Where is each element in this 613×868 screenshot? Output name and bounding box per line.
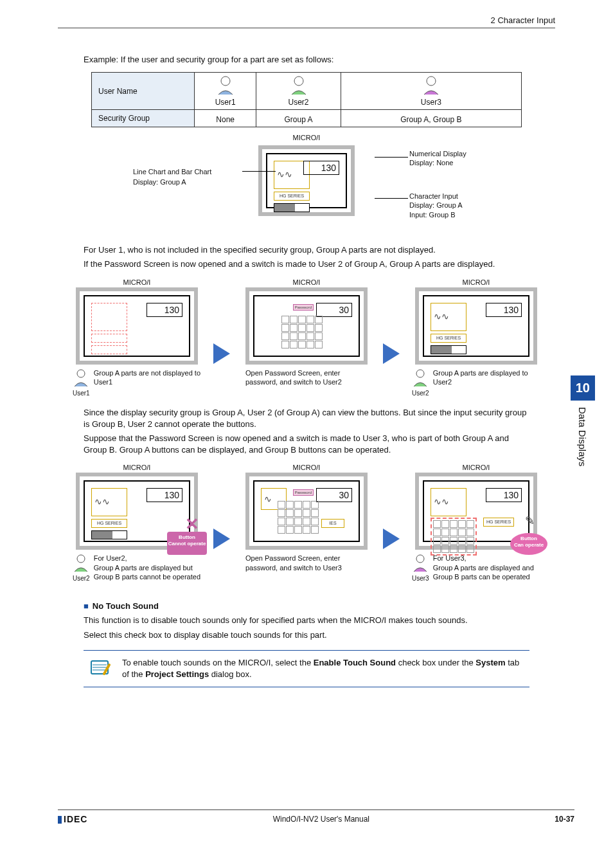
para-user1-not-in-group: For User 1, who is not included in the s… (84, 244, 574, 256)
diagram-row-user3: MICRO/I ∿∿ 130 HG SERIES ✕ Button Cannot… (39, 464, 574, 582)
footer: IDEC WindO/I-NV2 User's Manual 10-37 (58, 809, 574, 824)
para-user2-view-only: Since the display security group is Grou… (84, 407, 529, 430)
numeric-display: 130 (303, 161, 339, 175)
panel-user3-can: MICRO/I ∿∿ 130 HG SERIES ✎ Button Can op… (409, 464, 544, 582)
page-number: 10-37 (555, 815, 574, 824)
user-icon: User2 (73, 554, 90, 582)
chart-box: ∿∿ (431, 488, 466, 516)
keypad (278, 501, 319, 534)
chart-box-hidden (91, 303, 127, 331)
para-switch-user3: Suppose that the Password Screen is now … (84, 433, 529, 456)
user2-name: User2 (289, 98, 309, 107)
user3-group: Group A, Group B (341, 110, 521, 127)
password-label: Password (293, 489, 314, 496)
heading-no-touch-sound: ■No Touch Sound (84, 601, 574, 611)
chapter-title: Data Displays (577, 407, 588, 467)
user3-name: User3 (421, 98, 441, 107)
char-input-hidden: . (91, 334, 127, 343)
cell-user2: User2 (256, 73, 341, 110)
char-input: HG SERIES (483, 518, 514, 527)
can-operate-badge: Button Can operate (510, 533, 547, 555)
keypad-active (431, 518, 477, 556)
user-icon: User1 (73, 368, 90, 397)
arrow-icon (213, 529, 230, 549)
bar-chart-hidden (91, 345, 127, 354)
numeric-display: 130 (486, 488, 522, 502)
bar-chart (274, 203, 310, 212)
user2-group: Group A (256, 110, 341, 127)
header-breadcrumb: 2 Character Input (58, 15, 555, 28)
keypad (281, 316, 323, 348)
char-input-partial: IES (321, 519, 344, 528)
panel-user2-visible: MICRO/I ∿∿ 130 HG SERIES User2 Group A p… (409, 278, 544, 397)
char-input: HG SERIES (274, 192, 310, 201)
arrow-icon (383, 529, 400, 549)
diagram-overview: MICRO/I ∿∿ 130 HG SERIES Line Chart and … (88, 134, 525, 237)
user-icon (422, 75, 441, 96)
numeric-display: 30 (316, 488, 352, 502)
row-user-name: User Name (92, 73, 195, 110)
caption-open-pw-3: Open Password Screen, enter password, an… (245, 554, 368, 572)
chart-box: ∿∿ (431, 303, 466, 331)
notice-text: To enable touch sounds on the MICRO/I, s… (122, 657, 524, 680)
pen-icon: ✎ (525, 514, 535, 528)
intro-text: Example: If the user and security group … (84, 54, 574, 66)
caption-user2: Group A parts are displayed to User2 (433, 368, 540, 387)
no-touch-p2: Select this check box to display disable… (84, 629, 574, 641)
right-annotation-top: Numerical Display Display: None (409, 149, 499, 168)
row-security-group: Security Group (92, 110, 195, 127)
char-input: HG SERIES (431, 334, 466, 343)
svg-point-0 (221, 77, 230, 86)
password-label: Password (293, 304, 314, 311)
right-annotation-bottom: Character Input Display: Group A Input: … (409, 192, 499, 219)
user-icon: User2 (412, 368, 429, 397)
caption-user1: Group A parts are not displayed to User1 (94, 368, 201, 387)
cell-user1: User1 (195, 73, 256, 110)
side-tab: 10 Data Displays (571, 375, 595, 467)
char-input: HG SERIES (91, 519, 127, 528)
arrow-icon (213, 343, 230, 364)
svg-point-5 (77, 555, 85, 563)
user-security-table: User Name User1 User2 User3 Sec (91, 72, 522, 127)
arrow-icon (383, 343, 400, 364)
note-icon (89, 657, 113, 679)
cell-user3: User3 (341, 73, 521, 110)
user-icon (216, 75, 235, 96)
svg-point-2 (427, 77, 436, 86)
user1-group: None (195, 110, 256, 127)
bar-chart (431, 345, 466, 354)
no-touch-p1: This function is to disable touch sounds… (84, 615, 574, 626)
chapter-number: 10 (571, 375, 595, 401)
diagram-row-user2: MICRO/I 130 . User1 Group A parts are no… (39, 278, 574, 397)
svg-point-6 (416, 555, 424, 563)
cannot-operate-badge: Button Cannot operate (167, 532, 207, 555)
panel-user2-cannot: MICRO/I ∿∿ 130 HG SERIES ✕ Button Cannot… (69, 464, 204, 582)
svg-point-1 (294, 77, 303, 86)
numeric-display: 130 (147, 303, 182, 317)
caption-user2-cannot: For User2, Group A parts are displayed b… (94, 554, 201, 581)
caption-user3-can: For User3, Group A parts are displayed a… (433, 554, 540, 581)
svg-point-3 (77, 370, 85, 377)
panel-password-screen: MICRO/I Password 30 Open Password Screen… (239, 278, 374, 387)
numeric-display: 130 (147, 488, 182, 502)
idec-logo: IDEC (58, 814, 87, 824)
bar-chart (91, 530, 127, 539)
footer-title: WindO/I-NV2 User's Manual (273, 815, 369, 824)
para-switch-user2: If the Password Screen is now opened and… (84, 258, 574, 270)
user-icon: User3 (412, 554, 429, 582)
svg-point-4 (416, 370, 424, 377)
user-icon (289, 75, 308, 96)
caption-open-pw: Open Password Screen, enter password, an… (245, 368, 368, 387)
numeric-display: 30 (316, 303, 352, 317)
notice-box: To enable touch sounds on the MICRO/I, s… (84, 650, 529, 687)
micro-title: MICRO/I (293, 134, 321, 141)
user1-name: User1 (215, 98, 236, 107)
left-annotation: Line Chart and Bar Chart Display: Group … (133, 167, 242, 187)
numeric-display: 130 (486, 303, 522, 317)
chart-box: ∿∿ (91, 488, 127, 516)
panel-password-screen-2: MICRO/I ∿ Password 30 IES Open Password … (239, 464, 374, 572)
hmi-screen: ∿∿ 130 HG SERIES (258, 145, 355, 216)
panel-user1-hidden: MICRO/I 130 . User1 Group A parts are no… (69, 278, 204, 397)
